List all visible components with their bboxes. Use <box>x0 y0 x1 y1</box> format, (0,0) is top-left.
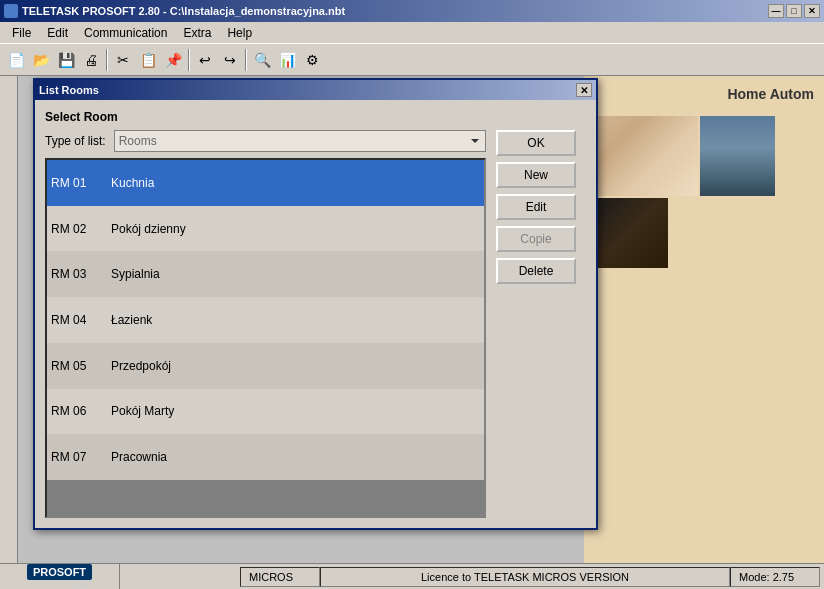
table-row[interactable]: RM 04 Łazienk <box>47 297 484 343</box>
new-button[interactable]: New <box>496 162 576 188</box>
title-bar-buttons: — □ ✕ <box>768 4 820 18</box>
rooms-table: RM 01 Kuchnia RM 02 Pokój dzienny RM 03 <box>47 160 484 480</box>
menu-communication[interactable]: Communication <box>76 24 175 42</box>
toolbar-save[interactable]: 💾 <box>54 48 78 72</box>
table-row[interactable]: RM 02 Pokój dzienny <box>47 206 484 252</box>
room-id: RM 04 <box>47 297 107 343</box>
room-name: Łazienk <box>107 297 484 343</box>
toolbar-redo[interactable]: ↪ <box>218 48 242 72</box>
title-bar-text: TELETASK PROSOFT 2.80 - C:\Instalacja_de… <box>4 4 345 18</box>
status-license: Licence to TELETASK MICROS VERSION <box>320 567 730 587</box>
photo-house <box>700 116 775 196</box>
toolbar-cut[interactable]: ✂ <box>111 48 135 72</box>
logo-area: PROSOFT suite <box>0 564 120 589</box>
dialog-content: Select Room Type of list: Rooms RM 01 <box>35 100 596 528</box>
logo: PROSOFT suite <box>27 564 92 590</box>
photos-grid <box>584 112 824 272</box>
photo-area-title: Home Autom <box>584 76 824 112</box>
left-sidebar <box>0 76 18 563</box>
menu-bar: File Edit Communication Extra Help <box>0 22 824 44</box>
room-id: RM 02 <box>47 206 107 252</box>
toolbar-copy[interactable]: 📋 <box>136 48 160 72</box>
rooms-table-container[interactable]: RM 01 Kuchnia RM 02 Pokój dzienny RM 03 <box>45 158 486 518</box>
room-name: Pokój Marty <box>107 389 484 435</box>
window-title: TELETASK PROSOFT 2.80 - C:\Instalacja_de… <box>22 5 345 17</box>
room-name: Przedpokój <box>107 343 484 389</box>
menu-file[interactable]: File <box>4 24 39 42</box>
status-micros: MICROS <box>240 567 320 587</box>
logo-sub: suite <box>27 580 92 590</box>
toolbar: 📄 📂 💾 🖨 ✂ 📋 📌 ↩ ↪ 🔍 📊 ⚙ <box>0 44 824 76</box>
status-bar: PROSOFT suite MICROS Licence to TELETASK… <box>0 563 824 589</box>
status-mode: Mode: 2.75 <box>730 567 820 587</box>
room-id: RM 03 <box>47 251 107 297</box>
ok-button[interactable]: OK <box>496 130 576 156</box>
dialog-title: List Rooms <box>39 84 99 96</box>
list-rooms-dialog: List Rooms ✕ Select Room Type of list: R… <box>33 78 598 530</box>
room-name: Sypialnia <box>107 251 484 297</box>
table-row[interactable]: RM 03 Sypialnia <box>47 251 484 297</box>
photo-area: Home Autom <box>584 76 824 563</box>
table-row[interactable]: RM 06 Pokój Marty <box>47 389 484 435</box>
menu-extra[interactable]: Extra <box>175 24 219 42</box>
toolbar-settings[interactable]: ⚙ <box>300 48 324 72</box>
room-id: RM 07 <box>47 434 107 480</box>
toolbar-search[interactable]: 🔍 <box>250 48 274 72</box>
table-row[interactable]: RM 05 Przedpokój <box>47 343 484 389</box>
close-button[interactable]: ✕ <box>804 4 820 18</box>
toolbar-open[interactable]: 📂 <box>29 48 53 72</box>
logo-prosoft: PROSOFT <box>33 566 86 578</box>
type-label: Type of list: <box>45 134 106 148</box>
type-select[interactable]: Rooms <box>114 130 486 152</box>
room-name: Pracownia <box>107 434 484 480</box>
dialog-right-panel: OK New Edit Copie Delete <box>496 110 586 518</box>
room-name: Kuchnia <box>107 160 484 206</box>
background-area: Home Autom List Rooms ✕ Select Room T <box>18 76 824 563</box>
toolbar-print[interactable]: 🖨 <box>79 48 103 72</box>
dialog-left-panel: Select Room Type of list: Rooms RM 01 <box>45 110 486 518</box>
toolbar-chart[interactable]: 📊 <box>275 48 299 72</box>
room-id: RM 06 <box>47 389 107 435</box>
table-row[interactable]: RM 07 Pracownia <box>47 434 484 480</box>
toolbar-new[interactable]: 📄 <box>4 48 28 72</box>
toolbar-paste[interactable]: 📌 <box>161 48 185 72</box>
minimize-button[interactable]: — <box>768 4 784 18</box>
edit-button[interactable]: Edit <box>496 194 576 220</box>
photo-couple <box>588 116 698 196</box>
toolbar-sep-3 <box>245 49 247 71</box>
menu-help[interactable]: Help <box>219 24 260 42</box>
app-icon <box>4 4 18 18</box>
toolbar-undo[interactable]: ↩ <box>193 48 217 72</box>
room-name: Pokój dzienny <box>107 206 484 252</box>
toolbar-sep-1 <box>106 49 108 71</box>
dialog-title-bar: List Rooms ✕ <box>35 80 596 100</box>
select-room-label: Select Room <box>45 110 486 124</box>
maximize-button[interactable]: □ <box>786 4 802 18</box>
dialog-close-button[interactable]: ✕ <box>576 83 592 97</box>
room-id: RM 01 <box>47 160 107 206</box>
main-content: Home Autom List Rooms ✕ Select Room T <box>0 76 824 563</box>
title-bar: TELETASK PROSOFT 2.80 - C:\Instalacja_de… <box>0 0 824 22</box>
room-id: RM 05 <box>47 343 107 389</box>
copie-button[interactable]: Copie <box>496 226 576 252</box>
logo-text: PROSOFT <box>27 564 92 580</box>
type-of-list-row: Type of list: Rooms <box>45 130 486 152</box>
delete-button[interactable]: Delete <box>496 258 576 284</box>
menu-edit[interactable]: Edit <box>39 24 76 42</box>
photo-dark <box>588 198 668 268</box>
table-row[interactable]: RM 01 Kuchnia <box>47 160 484 206</box>
toolbar-sep-2 <box>188 49 190 71</box>
